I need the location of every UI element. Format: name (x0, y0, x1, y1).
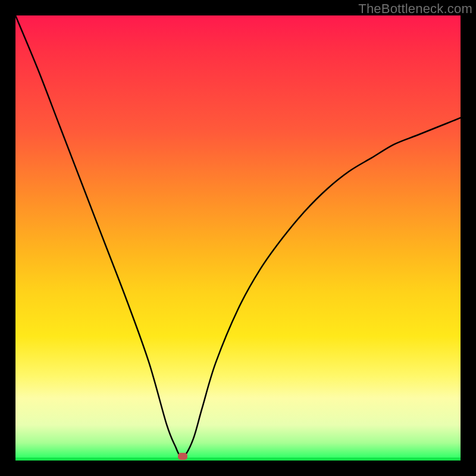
plot-area (15, 15, 461, 461)
chart-frame: TheBottleneck.com (0, 0, 476, 476)
watermark-text: TheBottleneck.com (358, 1, 472, 17)
optimum-marker (178, 453, 187, 460)
bottleneck-curve (15, 15, 461, 461)
